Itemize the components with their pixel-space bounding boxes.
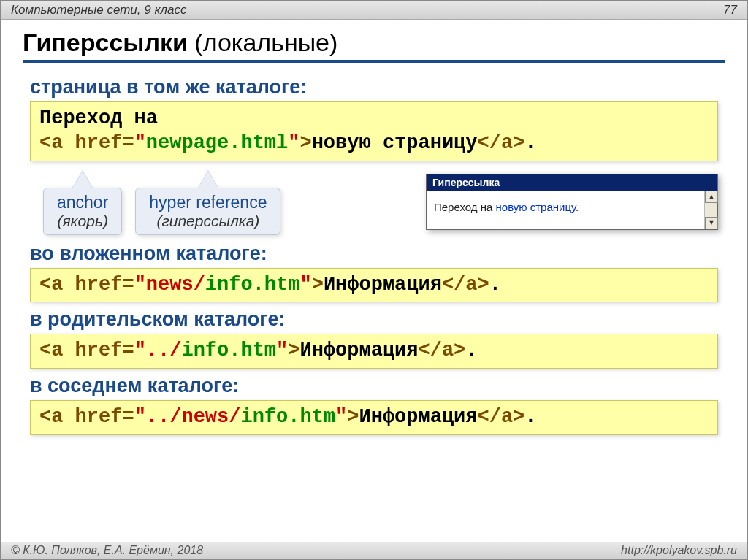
title-area: Гиперссылки (локальные) <box>1 20 747 66</box>
browser-preview: Гиперссылка Переход на новую страницу. ▲… <box>426 174 718 230</box>
section-sibling-dir: в соседнем каталоге: <box>30 375 718 397</box>
browser-titlebar: Гиперссылка <box>427 174 717 191</box>
title-bold: Гиперссылки <box>23 28 188 56</box>
callout-href-trans: (гиперссылка) <box>149 212 267 230</box>
browser-body: Переход на новую страницу. ▲ ▼ <box>427 191 717 229</box>
title-rest: (локальные) <box>188 28 337 56</box>
section-sub-dir: во вложенном каталоге: <box>30 242 718 265</box>
scroll-down-icon[interactable]: ▼ <box>705 217 718 229</box>
slide-title: Гиперссылки (локальные) <box>23 28 725 63</box>
slide-content: страница в том же каталоге: Переход на <… <box>1 66 747 435</box>
browser-text-post: . <box>576 201 579 213</box>
copyright: © К.Ю. Поляков, Е.А. Ерёмин, 2018 <box>11 544 203 558</box>
code-same-dir: Переход на <a href="newpage.html">новую … <box>30 101 718 161</box>
code-sibling-dir: <a href="../news/info.htm">Информация</a… <box>30 400 718 435</box>
section-same-dir: страница в том же каталоге: <box>30 76 718 99</box>
section-parent-dir: в родительском каталоге: <box>30 308 718 331</box>
scroll-up-icon[interactable]: ▲ <box>705 191 718 203</box>
browser-text-pre: Переход на <box>434 201 496 213</box>
callout-anchor-trans: (якорь) <box>57 212 108 230</box>
code-parent-dir: <a href="../info.htm">Информация</a>. <box>30 334 718 369</box>
callout-href-term: hyper reference <box>149 193 267 212</box>
callout-href: hyper reference (гиперссылка) <box>135 188 280 235</box>
scrollbar[interactable]: ▲ ▼ <box>704 191 717 229</box>
slide-header: Компьютерные сети, 9 класс 77 <box>1 1 747 20</box>
page-number: 77 <box>723 3 737 18</box>
browser-link[interactable]: новую страницу <box>496 201 576 213</box>
callout-anchor: anchor (якорь) <box>43 188 122 235</box>
code-sub-dir: <a href="news/info.htm">Информация</a>. <box>30 268 718 303</box>
footer-url: http://kpolyakov.spb.ru <box>621 544 737 558</box>
slide-footer: © К.Ю. Поляков, Е.А. Ерёмин, 2018 http:/… <box>1 542 747 559</box>
course-label: Компьютерные сети, 9 класс <box>11 3 187 18</box>
callout-anchor-term: anchor <box>57 193 108 212</box>
